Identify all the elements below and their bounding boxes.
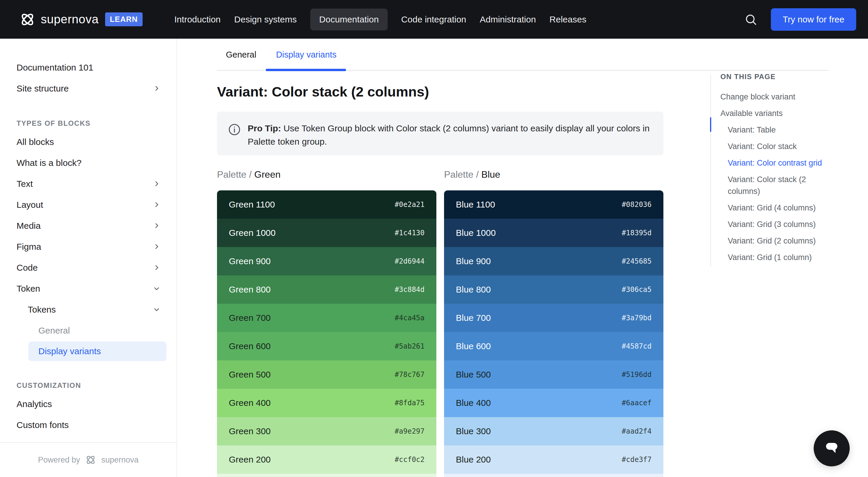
color-row-label: Blue 600 — [456, 341, 491, 351]
powered-by-label: Powered by — [38, 455, 80, 465]
outline-item-variant-table[interactable]: Variant: Table — [720, 124, 827, 136]
sidebar-item-text[interactable]: Text — [0, 173, 166, 194]
info-icon — [228, 123, 241, 137]
sidebar-item-all-blocks[interactable]: All blocks — [0, 131, 166, 152]
sidebar-item-label: Analytics — [17, 399, 52, 409]
on-this-page: ON THIS PAGE Change block variantAvailab… — [720, 73, 833, 268]
color-row-blue-1000: Blue 1000#18395d — [444, 219, 663, 247]
color-row-label: Green 900 — [229, 256, 271, 266]
chat-button[interactable] — [814, 431, 850, 466]
color-row-green-800: Green 800#3c884d — [217, 276, 436, 304]
chevron-down-icon — [153, 306, 161, 314]
learn-badge: LEARN — [105, 12, 143, 26]
palette-blue: Palette / BlueBlue 1100#082036Blue 1000#… — [444, 169, 663, 477]
sidebar-item-label: Layout — [17, 200, 43, 210]
sidebar-item-site-structure[interactable]: Site structure — [0, 78, 166, 99]
pro-tip-text: Pro Tip: Use Token Group block with Colo… — [248, 122, 652, 148]
outline-item-variant-color-contrast-grid[interactable]: Variant: Color contrast grid — [720, 157, 827, 169]
chevron-right-icon — [153, 201, 161, 209]
outline-item-variant-grid-3-columns[interactable]: Variant: Grid (3 columns) — [720, 218, 827, 230]
sidebar-item-layout[interactable]: Layout — [0, 194, 166, 215]
try-now-button[interactable]: Try now for free — [771, 8, 856, 31]
outline-item-available-variants[interactable]: Available variants — [720, 107, 827, 119]
color-row-hex: #2d6944 — [395, 257, 425, 265]
chevron-right-icon — [153, 263, 161, 272]
nav-item-releases[interactable]: Releases — [550, 8, 586, 30]
page-root: supernova LEARN IntroductionDesign syste… — [0, 0, 868, 477]
powered-by-link[interactable]: Powered by supernova — [0, 442, 177, 477]
nav-item-introduction[interactable]: Introduction — [175, 8, 221, 30]
palette-name: Blue — [481, 169, 500, 180]
sidebar-item-what-is-a-block[interactable]: What is a block? — [0, 152, 166, 173]
color-row-label: Green 800 — [229, 285, 271, 294]
nav-item-design-systems[interactable]: Design systems — [234, 8, 297, 30]
sidebar-item-documentation-101[interactable]: Documentation 101 — [0, 57, 166, 78]
sidebar-item-label: Code — [17, 263, 38, 273]
palette-header-green: Palette / Green — [217, 169, 436, 180]
palette-green: Palette / GreenGreen 1100#0e2a21Green 10… — [217, 169, 436, 477]
nav-right-group: Try now for free — [744, 8, 856, 31]
sidebar-item-general[interactable]: General — [0, 320, 166, 341]
color-row-label: Blue 200 — [456, 454, 491, 465]
color-row-hex: #082036 — [622, 200, 652, 209]
sidebar-item-custom-fonts[interactable]: Custom fonts — [0, 414, 166, 435]
color-row-label: Blue 1100 — [456, 199, 495, 210]
color-row-partial — [217, 474, 436, 477]
color-row-hex: #3c884d — [395, 285, 425, 294]
outline-item-variant-color-stack[interactable]: Variant: Color stack — [720, 140, 827, 152]
sidebar-item-token[interactable]: Token — [0, 278, 166, 299]
outline-active-marker — [710, 117, 711, 132]
sidebar-items: Documentation 101Site structureTYPES OF … — [0, 57, 177, 435]
color-row-hex: #78c767 — [395, 371, 425, 379]
sidebar-item-analytics[interactable]: Analytics — [0, 393, 166, 414]
sidebar-item-display-variants[interactable]: Display variants — [28, 342, 166, 361]
sidebar-item-tokens[interactable]: Tokens — [0, 299, 166, 320]
color-row-hex: #aad2f4 — [622, 427, 652, 435]
nav-item-code-integration[interactable]: Code integration — [401, 8, 466, 30]
color-row-label: Green 300 — [229, 426, 271, 436]
outline-item-variant-grid-1-column[interactable]: Variant: Grid (1 column) — [720, 252, 827, 263]
chevron-right-icon — [153, 180, 161, 188]
outline-item-variant-grid-4-columns[interactable]: Variant: Grid (4 columns) — [720, 202, 827, 214]
color-row-hex: #5ab261 — [395, 342, 425, 350]
left-sidebar: Documentation 101Site structureTYPES OF … — [0, 39, 177, 477]
color-row-hex: #245685 — [622, 257, 652, 265]
top-navigation-bar: supernova LEARN IntroductionDesign syste… — [0, 0, 868, 39]
color-row-hex: #a9e297 — [395, 427, 425, 435]
color-row-label: Green 1000 — [229, 228, 275, 238]
color-row-blue-500: Blue 500#5196dd — [444, 360, 663, 389]
color-row-label: Green 700 — [229, 313, 271, 323]
supernova-logo[interactable]: supernova LEARN — [19, 11, 143, 28]
color-row-label: Green 1100 — [229, 199, 275, 210]
search-icon[interactable] — [744, 12, 758, 27]
sidebar-item-label: Documentation 101 — [17, 63, 93, 73]
sidebar-item-code[interactable]: Code — [0, 257, 166, 278]
color-row-green-1100: Green 1100#0e2a21 — [217, 190, 436, 219]
color-row-label: Blue 300 — [456, 426, 491, 436]
tab-general[interactable]: General — [226, 50, 256, 60]
palette-breadcrumb: Palette / — [217, 169, 254, 180]
color-row-blue-1100: Blue 1100#082036 — [444, 190, 663, 219]
color-row-hex: #5196dd — [622, 371, 652, 379]
outline-item-change-block-variant[interactable]: Change block variant — [720, 91, 827, 103]
sidebar-item-label: Custom fonts — [17, 420, 69, 430]
nav-item-documentation[interactable]: Documentation — [310, 8, 388, 30]
outline-rule — [710, 74, 711, 266]
outline-item-variant-color-stack-2-columns[interactable]: Variant: Color stack (2 columns) — [720, 173, 827, 197]
sidebar-item-label: Tokens — [28, 305, 56, 315]
pro-tip-callout: Pro Tip: Use Token Group block with Colo… — [217, 112, 663, 155]
palette-breadcrumb: Palette / — [444, 169, 481, 180]
color-row-hex: #18395d — [622, 229, 652, 237]
outline-item-variant-grid-2-columns[interactable]: Variant: Grid (2 columns) — [720, 235, 827, 247]
nav-item-administration[interactable]: Administration — [480, 8, 536, 30]
color-row-blue-400: Blue 400#6aacef — [444, 389, 663, 417]
color-row-label: Green 500 — [229, 370, 271, 380]
color-row-green-1000: Green 1000#1c4130 — [217, 219, 436, 247]
pro-tip-label: Pro Tip: — [248, 123, 281, 133]
tab-display-variants[interactable]: Display variants — [276, 50, 337, 60]
color-row-blue-700: Blue 700#3a79bd — [444, 304, 663, 332]
sidebar-item-figma[interactable]: Figma — [0, 236, 166, 257]
color-row-green-300: Green 300#a9e297 — [217, 417, 436, 445]
sidebar-item-media[interactable]: Media — [0, 215, 166, 236]
sidebar-heading-types-of-blocks: TYPES OF BLOCKS — [0, 116, 177, 131]
